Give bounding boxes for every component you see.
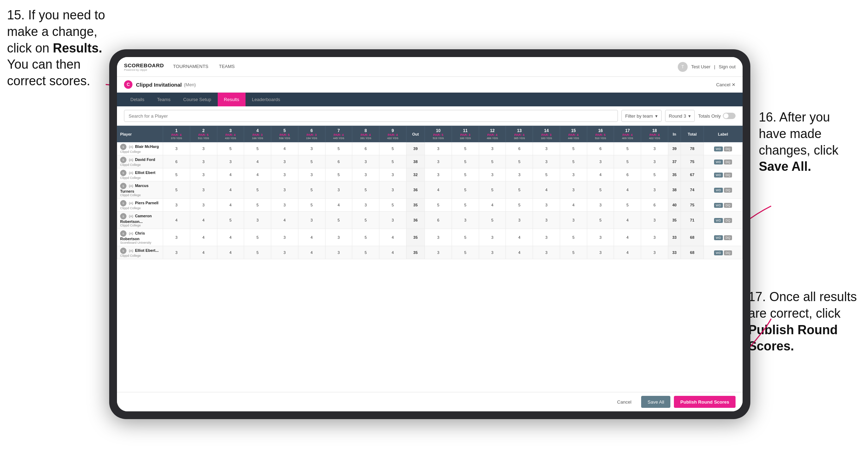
score-hole-9[interactable]: 5 bbox=[379, 199, 407, 212]
score-hole-8[interactable]: 5 bbox=[352, 181, 379, 199]
score-hole-17[interactable]: 5 bbox=[614, 155, 641, 168]
score-hole-7[interactable]: 4 bbox=[325, 199, 352, 212]
score-hole-5[interactable]: 4 bbox=[271, 142, 298, 155]
score-hole-16[interactable]: 3 bbox=[587, 229, 614, 246]
score-hole-6[interactable]: 3 bbox=[298, 168, 325, 181]
score-hole-15[interactable]: 3 bbox=[560, 168, 587, 181]
score-hole-1[interactable]: 5 bbox=[163, 181, 190, 199]
score-hole-8[interactable]: 5 bbox=[352, 229, 379, 246]
score-hole-2[interactable]: 4 bbox=[190, 246, 217, 259]
score-hole-8[interactable]: 3 bbox=[352, 168, 379, 181]
score-hole-11[interactable]: 5 bbox=[452, 181, 479, 199]
score-hole-17[interactable]: 6 bbox=[614, 168, 641, 181]
score-hole-6[interactable]: 5 bbox=[298, 199, 325, 212]
score-hole-1[interactable]: 3 bbox=[163, 246, 190, 259]
score-hole-10[interactable]: 4 bbox=[425, 181, 452, 199]
score-hole-17[interactable]: 4 bbox=[614, 246, 641, 259]
wd-button[interactable]: WD bbox=[714, 160, 723, 164]
round-dropdown[interactable]: Round 3 ▾ bbox=[665, 110, 695, 122]
score-hole-6[interactable]: 4 bbox=[298, 229, 325, 246]
score-hole-7[interactable]: 3 bbox=[325, 229, 352, 246]
tab-details[interactable]: Details bbox=[124, 93, 151, 106]
score-hole-12[interactable]: 3 bbox=[479, 229, 506, 246]
score-hole-14[interactable]: 3 bbox=[533, 142, 560, 155]
score-hole-4[interactable]: 5 bbox=[244, 246, 271, 259]
score-hole-17[interactable]: 5 bbox=[614, 199, 641, 212]
wd-button[interactable]: WD bbox=[714, 250, 723, 255]
score-hole-7[interactable]: 6 bbox=[325, 155, 352, 168]
score-hole-7[interactable]: 5 bbox=[325, 168, 352, 181]
score-hole-10[interactable]: 3 bbox=[425, 229, 452, 246]
score-hole-2[interactable]: 3 bbox=[190, 155, 217, 168]
score-hole-6[interactable]: 5 bbox=[298, 155, 325, 168]
score-hole-12[interactable]: 4 bbox=[479, 199, 506, 212]
score-hole-18[interactable]: 3 bbox=[641, 229, 668, 246]
score-hole-13[interactable]: 4 bbox=[506, 229, 533, 246]
dq-button[interactable]: DQ bbox=[724, 147, 732, 151]
score-hole-6[interactable]: 5 bbox=[298, 181, 325, 199]
score-hole-1[interactable]: 3 bbox=[163, 199, 190, 212]
score-hole-1[interactable]: 4 bbox=[163, 212, 190, 229]
wd-button[interactable]: WD bbox=[714, 173, 723, 178]
score-hole-4[interactable]: 3 bbox=[244, 212, 271, 229]
score-hole-9[interactable]: 5 bbox=[379, 142, 407, 155]
score-hole-7[interactable]: 3 bbox=[325, 246, 352, 259]
score-hole-17[interactable]: 4 bbox=[614, 229, 641, 246]
score-hole-17[interactable]: 5 bbox=[614, 142, 641, 155]
score-hole-18[interactable]: 5 bbox=[641, 168, 668, 181]
dq-button[interactable]: DQ bbox=[724, 250, 732, 255]
score-hole-11[interactable]: 5 bbox=[452, 229, 479, 246]
score-hole-1[interactable]: 5 bbox=[163, 168, 190, 181]
tab-teams[interactable]: Teams bbox=[151, 93, 177, 106]
tab-leaderboards[interactable]: Leaderboards bbox=[246, 93, 286, 106]
score-hole-5[interactable]: 4 bbox=[271, 212, 298, 229]
scores-table-container[interactable]: Player 1PAR: 4370 YDS 2PAR: 5511 YDS 3PA… bbox=[117, 126, 743, 392]
score-hole-12[interactable]: 3 bbox=[479, 246, 506, 259]
score-hole-5[interactable]: 3 bbox=[271, 199, 298, 212]
score-hole-11[interactable]: 5 bbox=[452, 246, 479, 259]
score-hole-8[interactable]: 5 bbox=[352, 246, 379, 259]
score-hole-17[interactable]: 4 bbox=[614, 181, 641, 199]
score-hole-4[interactable]: 4 bbox=[244, 168, 271, 181]
score-hole-5[interactable]: 3 bbox=[271, 181, 298, 199]
score-hole-4[interactable]: 4 bbox=[244, 155, 271, 168]
score-hole-11[interactable]: 3 bbox=[452, 212, 479, 229]
dq-button[interactable]: DQ bbox=[724, 160, 732, 164]
score-hole-6[interactable]: 4 bbox=[298, 246, 325, 259]
score-hole-5[interactable]: 3 bbox=[271, 155, 298, 168]
score-hole-15[interactable]: 5 bbox=[560, 246, 587, 259]
filter-by-team-dropdown[interactable]: Filter by team ▾ bbox=[621, 110, 662, 122]
score-hole-18[interactable]: 3 bbox=[641, 142, 668, 155]
score-hole-10[interactable]: 5 bbox=[425, 199, 452, 212]
score-hole-2[interactable]: 3 bbox=[190, 142, 217, 155]
score-hole-4[interactable]: 5 bbox=[244, 229, 271, 246]
dq-button[interactable]: DQ bbox=[724, 173, 732, 178]
score-hole-9[interactable]: 4 bbox=[379, 246, 407, 259]
score-hole-10[interactable]: 3 bbox=[425, 246, 452, 259]
score-hole-17[interactable]: 4 bbox=[614, 212, 641, 229]
score-hole-14[interactable]: 3 bbox=[533, 199, 560, 212]
score-hole-15[interactable]: 3 bbox=[560, 212, 587, 229]
score-hole-15[interactable]: 5 bbox=[560, 229, 587, 246]
score-hole-16[interactable]: 5 bbox=[587, 181, 614, 199]
save-all-button[interactable]: Save All bbox=[641, 396, 670, 408]
score-hole-18[interactable]: 3 bbox=[641, 155, 668, 168]
score-hole-16[interactable]: 3 bbox=[587, 199, 614, 212]
score-hole-9[interactable]: 3 bbox=[379, 181, 407, 199]
score-hole-13[interactable]: 6 bbox=[506, 142, 533, 155]
score-hole-15[interactable]: 4 bbox=[560, 199, 587, 212]
score-hole-18[interactable]: 3 bbox=[641, 246, 668, 259]
nav-teams[interactable]: TEAMS bbox=[219, 64, 235, 70]
score-hole-9[interactable]: 3 bbox=[379, 168, 407, 181]
dq-button[interactable]: DQ bbox=[724, 235, 732, 240]
score-hole-8[interactable]: 6 bbox=[352, 142, 379, 155]
cancel-button[interactable]: Cancel bbox=[611, 396, 638, 408]
score-hole-5[interactable]: 3 bbox=[271, 246, 298, 259]
search-input[interactable] bbox=[124, 110, 618, 122]
dq-button[interactable]: DQ bbox=[724, 203, 732, 208]
score-hole-9[interactable]: 3 bbox=[379, 212, 407, 229]
score-hole-12[interactable]: 5 bbox=[479, 212, 506, 229]
score-hole-11[interactable]: 5 bbox=[452, 168, 479, 181]
score-hole-5[interactable]: 3 bbox=[271, 229, 298, 246]
score-hole-9[interactable]: 4 bbox=[379, 229, 407, 246]
